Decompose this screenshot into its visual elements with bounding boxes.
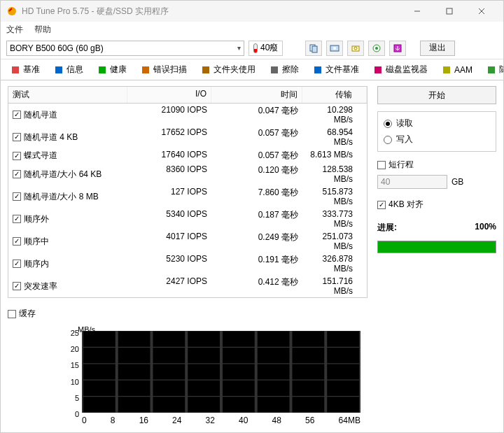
tab-0[interactable]: 基准 [5,61,46,78]
camera-button[interactable] [347,41,364,56]
maximize-button[interactable] [433,1,465,22]
row-io: 127 IOPS [127,185,211,208]
table-row[interactable]: 蝶式寻道17640 IOPS0.057 毫秒8.613 MB/s [8,148,367,163]
row-io: 8360 IOPS [127,163,211,185]
progress-bar [377,241,496,253]
row-transfer: 8.613 MB/s [302,148,367,163]
row-checkbox[interactable] [13,192,21,201]
drive-select-value: BORY B500 60G (60 gB) [10,43,104,53]
table-row[interactable]: 顺序外5340 IOPS0.187 毫秒333.773 MB/s [8,208,367,230]
row-checkbox[interactable] [13,215,21,223]
tab-icon-0 [10,65,20,75]
tab-icon-1 [54,65,64,75]
tab-6[interactable]: 文件基准 [307,61,365,78]
align-checkbox-row[interactable]: 4KB 对齐 [377,199,496,211]
row-name: 随机寻道 [24,109,57,121]
tab-7[interactable]: 磁盘监视器 [368,61,433,78]
chart-grid [82,331,360,413]
row-time: 0.191 毫秒 [211,253,302,275]
start-button[interactable]: 开始 [377,86,496,104]
row-name: 随机寻道 4 KB [24,132,78,143]
ytick: 5 [64,394,79,402]
menubar: 文件 帮助 [1,22,503,37]
ytick: 15 [64,361,79,369]
row-checkbox[interactable] [13,260,21,268]
app-icon [6,6,18,17]
row-name: 蝶式寻道 [24,150,57,162]
save-button[interactable] [389,41,406,56]
svg-rect-20 [314,66,321,73]
row-checkbox[interactable] [13,133,21,141]
tab-icon-3 [141,65,150,75]
row-io: 17652 IOPS [127,126,211,148]
tab-icon-5 [270,65,279,75]
svg-point-8 [333,47,336,50]
radio-write-input[interactable] [384,136,392,144]
th-io[interactable]: I/O [127,87,211,103]
short-stroke-input[interactable] [377,175,447,189]
row-name: 顺序外 [24,213,49,225]
row-checkbox[interactable] [13,282,21,290]
row-transfer: 326.878 MB/s [302,253,367,275]
short-stroke-checkbox-row[interactable]: 短行程 [377,159,496,171]
row-transfer: 515.873 MB/s [302,185,367,208]
cache-checkbox[interactable] [8,310,16,318]
tab-icon-2 [97,65,107,75]
row-io: 5340 IOPS [127,208,211,230]
row-time: 7.860 毫秒 [211,185,302,208]
th-time[interactable]: 时间 [211,87,302,103]
close-button[interactable] [465,1,498,22]
row-transfer: 68.954 MB/s [302,126,367,148]
table-row[interactable]: 顺序中4017 IOPS0.249 毫秒251.073 MB/s [8,230,367,253]
table-row[interactable]: 随机寻道21090 IOPS0.047 毫秒10.298 MB/s [8,104,367,126]
table-row[interactable]: 随机寻道/大小 8 MB127 IOPS7.860 毫秒515.873 MB/s [8,185,367,208]
th-test[interactable]: 测试 [8,87,127,103]
row-io: 17640 IOPS [127,148,211,163]
tab-2[interactable]: 健康 [92,61,132,78]
drive-select[interactable]: BORY B500 60G (60 gB) ▾ [6,41,244,56]
settings-button[interactable] [368,41,385,56]
tab-1[interactable]: 信息 [48,61,89,78]
svg-rect-16 [99,66,106,73]
cache-checkbox-row[interactable]: 缓存 [8,308,368,320]
row-checkbox[interactable] [13,111,21,119]
xtick: 32 [206,416,215,425]
menu-help[interactable]: 帮助 [34,24,51,36]
tab-5[interactable]: 擦除 [264,61,304,78]
minimize-button[interactable] [401,1,433,22]
tab-3[interactable]: 错误扫描 [135,61,192,78]
xtick: 56 [305,416,314,425]
ytick: 25 [64,329,79,337]
tab-4[interactable]: 文件夹使用 [195,61,261,78]
exit-button[interactable]: 退出 [420,41,455,56]
row-transfer: 151.716 MB/s [302,275,367,297]
screenshot-button[interactable] [326,41,343,56]
radio-read-input[interactable] [384,120,392,128]
row-checkbox[interactable] [13,170,21,178]
copy-button[interactable] [305,41,322,56]
table-body: 随机寻道21090 IOPS0.047 毫秒10.298 MB/s随机寻道 4 … [8,104,368,298]
temperature-display: 40癈 [248,41,283,56]
menu-file[interactable]: 文件 [6,24,23,36]
radio-write[interactable]: 写入 [384,134,490,145]
ytick: 10 [64,378,79,386]
svg-rect-15 [55,66,62,73]
table-row[interactable]: 随机寻道 4 KB17652 IOPS0.057 毫秒68.954 MB/s [8,126,367,148]
row-checkbox[interactable] [13,152,21,160]
tab-9[interactable]: 随机访问 [481,61,503,78]
row-transfer: 128.538 MB/s [302,163,367,185]
table-row[interactable]: 突发速率2427 IOPS0.412 毫秒151.716 MB/s [8,275,367,297]
table-row[interactable]: 随机寻道/大小 64 KB8360 IOPS0.120 毫秒128.538 MB… [8,163,367,185]
short-stroke-checkbox[interactable] [377,161,386,169]
row-checkbox[interactable] [13,237,21,246]
svg-rect-19 [271,66,278,73]
svg-rect-6 [312,46,317,52]
radio-read[interactable]: 读取 [384,118,490,129]
th-transfer[interactable]: 传输 [302,87,367,103]
toolbar: BORY B500 60G (60 gB) ▾ 40癈 退出 [1,37,503,59]
table-row[interactable]: 顺序内5230 IOPS0.191 毫秒326.878 MB/s [8,253,367,275]
row-time: 0.057 毫秒 [211,148,302,163]
progress-row: 进展: 100% [377,222,496,234]
tab-8[interactable]: AAM [436,62,478,78]
align-checkbox[interactable] [377,201,386,209]
